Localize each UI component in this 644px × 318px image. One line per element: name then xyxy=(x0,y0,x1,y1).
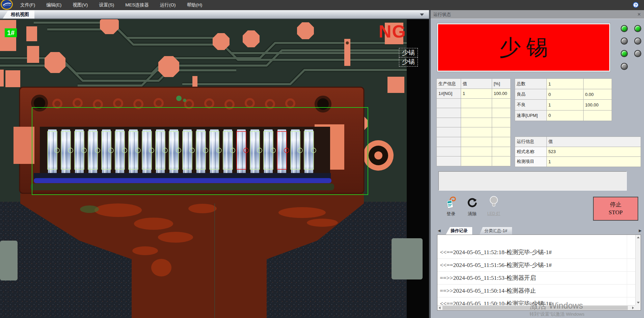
table-row xyxy=(437,118,511,127)
refresh-icon xyxy=(466,197,478,209)
menu-item[interactable]: 文件(F) xyxy=(20,2,35,8)
row-value-cell xyxy=(583,79,612,89)
row-value-cell xyxy=(461,108,492,118)
tab-scroll-left-icon[interactable]: ◀ xyxy=(438,228,440,233)
stop-label-cn: 停止 xyxy=(610,201,621,209)
help-icon[interactable]: ? xyxy=(633,2,639,8)
table-row xyxy=(437,156,511,166)
status-lamp-on xyxy=(621,25,628,32)
led-bulb-icon xyxy=(488,195,500,209)
log-entry: <<==2024-05-05_11:52:18-检测完毕-少锡-1# xyxy=(437,246,635,259)
row-label-cell xyxy=(437,137,461,147)
status-lamp-off xyxy=(634,38,641,45)
row-value-cell xyxy=(492,127,510,137)
scroll-up-icon[interactable] xyxy=(637,237,640,238)
table-row xyxy=(437,98,511,108)
defect-tag: 少锡 xyxy=(399,57,418,67)
table-row: 良品00.00 xyxy=(515,89,612,100)
table-header-cell: 生产信息 xyxy=(437,79,461,89)
row-value-cell xyxy=(492,137,510,147)
row-value-cell xyxy=(583,110,612,121)
tab-scroll-right-icon[interactable]: ▶ xyxy=(639,228,642,233)
row-value-cell: 1 xyxy=(546,157,641,167)
login-label: 登录 xyxy=(441,211,461,217)
windows-activation-hint: 转到"设置"以激活 Windows xyxy=(530,311,585,317)
alarm-text: 少锡 xyxy=(494,33,554,62)
table-header-cell: 运行信息 xyxy=(515,137,547,147)
operation-log-list: <<==2024-05-05_11:52:18-检测完毕-少锡-1#<<==20… xyxy=(437,235,641,311)
login-button[interactable]: 登录 xyxy=(441,196,461,217)
row-value-cell: 1 xyxy=(461,89,492,99)
totals-table: 总数1良品00.00不良1100.00速率[UPM]0 xyxy=(515,78,612,121)
row-value-cell xyxy=(461,127,492,137)
status-lamp-off xyxy=(621,38,628,45)
status-lamp-off xyxy=(634,50,641,57)
tab-category-summary[interactable]: 分类汇总-1# xyxy=(480,227,512,235)
camera-panel: 相机视图 xyxy=(0,10,429,318)
badge-icon xyxy=(445,196,457,209)
row-label-cell: 1#[NG] xyxy=(437,89,461,99)
table-row xyxy=(437,137,511,147)
log-tabstrip: ◀ 操作记录 分类汇总-1# ▶ xyxy=(437,227,642,235)
led-button[interactable]: LED 灯 xyxy=(484,195,504,217)
close-icon[interactable]: ✕ xyxy=(637,10,641,19)
menu-item[interactable]: 运行(O) xyxy=(160,2,176,8)
row-label-cell: 检测项目 xyxy=(515,157,547,167)
row-value-cell xyxy=(461,118,492,127)
vertical-scrollbar[interactable] xyxy=(635,235,641,305)
table-header-cell: 值 xyxy=(461,79,492,89)
menu-item[interactable]: 视图(V) xyxy=(73,2,88,8)
row-label-cell xyxy=(437,118,461,127)
alarm-banner: 少锡 xyxy=(437,23,610,72)
row-value-cell: 0 xyxy=(546,110,583,121)
tab-dropdown-icon[interactable] xyxy=(420,14,424,16)
scroll-right-icon[interactable] xyxy=(632,307,634,309)
panel-title: 运行状态 xyxy=(433,10,451,19)
row-label-cell xyxy=(437,108,461,118)
menu-item[interactable]: 帮助(H) xyxy=(187,2,203,8)
camera-tabstrip: 相机视图 xyxy=(0,10,429,19)
inspection-result-label: NG xyxy=(379,21,406,42)
row-label-cell xyxy=(437,156,461,166)
menubar: 文件(F)编辑(E)视图(V)设置(S)MES连接器运行(O)帮助(H) ? xyxy=(0,0,644,10)
scroll-left-icon[interactable] xyxy=(439,307,440,309)
row-value-cell: 0.00 xyxy=(583,89,612,100)
log-entry: ==>>2024-05-05_11:51:53-检测器开启 xyxy=(437,272,635,285)
row-value-cell xyxy=(492,156,510,166)
row-value-cell xyxy=(461,156,492,166)
defect-tag: 少锡 xyxy=(399,48,418,57)
row-label-cell: 总数 xyxy=(515,79,547,89)
production-table: 生产信息值[%]1#[NG]1100.00 xyxy=(436,78,511,166)
row-value-cell xyxy=(461,98,492,108)
row-value-cell xyxy=(492,118,510,127)
scroll-down-icon[interactable] xyxy=(637,302,640,303)
row-label-cell xyxy=(437,98,461,108)
row-label-cell: 程式名称 xyxy=(515,147,547,157)
log-rows: <<==2024-05-05_11:52:18-检测完毕-少锡-1#<<==20… xyxy=(437,235,635,305)
run-status-panel: 运行状态 ✕ 少锡 生产信息值[%]1#[NG]1100.00 总数1良品00.… xyxy=(431,10,644,318)
tab-camera-view[interactable]: 相机视图 xyxy=(3,10,34,19)
clear-button[interactable]: 清除 xyxy=(462,197,482,217)
application-window: 文件(F)编辑(E)视图(V)设置(S)MES连接器运行(O)帮助(H) ? 相… xyxy=(0,0,644,318)
camera-image: 1# NG 少锡 少锡 xyxy=(0,19,429,318)
table-row xyxy=(437,127,511,137)
status-lamp-on xyxy=(634,25,641,32)
windows-activation-watermark: 激活 Windows xyxy=(530,300,583,311)
led-label: LED 灯 xyxy=(484,211,504,217)
row-value-cell xyxy=(461,137,492,147)
menu-item[interactable]: 设置(S) xyxy=(99,2,114,8)
log-entry: <<==2024-05-05_11:51:56-检测完毕-少锡-1# xyxy=(437,259,635,272)
menu-item[interactable]: 编辑(E) xyxy=(46,2,61,8)
row-value-cell xyxy=(492,108,510,118)
row-value-cell: 1 xyxy=(546,79,583,89)
row-value-cell: 100.00 xyxy=(492,89,510,99)
table-header-cell: [%] xyxy=(492,79,510,89)
tab-operation-log[interactable]: 操作记录 xyxy=(446,227,472,235)
table-row: 总数1 xyxy=(515,79,612,89)
status-lamp-off xyxy=(621,63,628,70)
stop-button[interactable]: 停止 STOP xyxy=(593,197,638,221)
clear-label: 清除 xyxy=(462,211,482,217)
table-row: 1#[NG]1100.00 xyxy=(437,89,511,99)
menu-item[interactable]: MES连接器 xyxy=(125,2,149,8)
row-value-cell xyxy=(492,147,510,156)
